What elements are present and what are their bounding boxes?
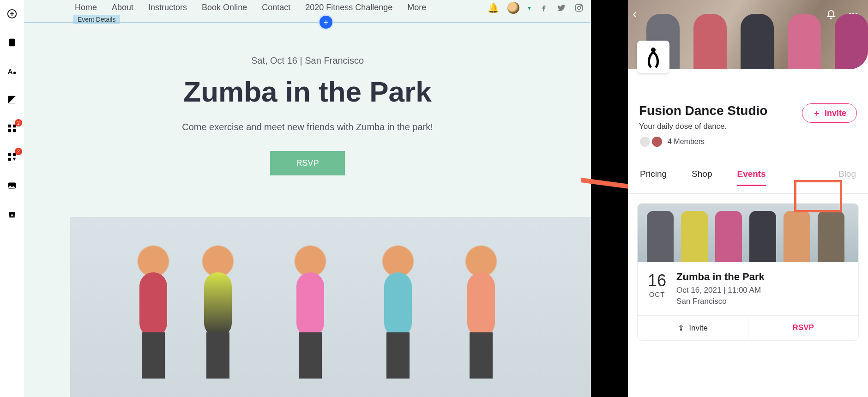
- facebook-icon[interactable]: [539, 3, 549, 12]
- event-description: Come exercise and meet new friends with …: [24, 122, 591, 132]
- studio-logo: [637, 41, 669, 73]
- members-count: 4 Members: [668, 138, 705, 146]
- add-icon[interactable]: [6, 7, 18, 20]
- site-preview: Home About Instructors Book Online Conta…: [24, 0, 591, 397]
- studio-name: Fusion Dance Studio: [639, 103, 767, 118]
- svg-rect-12: [8, 158, 11, 161]
- rsvp-button[interactable]: RSVP: [270, 151, 344, 175]
- studio-tagline: Your daily dose of dance.: [639, 122, 767, 131]
- nav-more[interactable]: More: [407, 3, 426, 12]
- member-avatar-1: [639, 136, 651, 148]
- tab-events[interactable]: Events: [737, 169, 766, 193]
- event-card-datetime: Oct 16, 2021 | 11:00 AM: [676, 286, 765, 295]
- twitter-icon[interactable]: [557, 3, 566, 12]
- nav-fitness-challenge[interactable]: 2020 Fitness Challenge: [305, 3, 392, 12]
- svg-rect-3: [9, 39, 15, 47]
- add-section-fab[interactable]: ＋: [319, 16, 332, 29]
- svg-rect-9: [13, 129, 16, 132]
- nav-instructors[interactable]: Instructors: [148, 3, 187, 12]
- contrast-icon[interactable]: [6, 93, 18, 106]
- event-card[interactable]: 16 OCT Zumba in the Park Oct 16, 2021 | …: [637, 203, 859, 341]
- event-card-actions: ⇪ Invite RSVP: [638, 315, 858, 340]
- share-icon: ⇪: [678, 324, 684, 332]
- design-icon[interactable]: A: [6, 65, 18, 78]
- card-invite-label: Invite: [689, 324, 708, 332]
- studio-members[interactable]: 4 Members: [639, 136, 767, 148]
- event-month: OCT: [648, 290, 666, 298]
- chevron-down-icon[interactable]: ▾: [528, 4, 531, 12]
- event-title: Zumba in the Park: [24, 75, 591, 108]
- user-avatar[interactable]: [507, 2, 519, 14]
- invite-button[interactable]: ＋ Invite: [802, 103, 857, 123]
- member-avatar-2: [651, 136, 663, 148]
- tab-shop[interactable]: Shop: [692, 169, 712, 193]
- event-day-number: 16: [648, 271, 666, 290]
- pages-icon[interactable]: [6, 36, 18, 49]
- section-divider: [24, 22, 591, 23]
- instagram-icon[interactable]: [574, 3, 584, 12]
- annotation-highlight-events-tab: [794, 180, 842, 212]
- invite-button-label: Invite: [825, 108, 846, 118]
- back-icon[interactable]: ‹: [633, 6, 637, 21]
- event-hero-image: [70, 217, 591, 397]
- event-card-location: San Francisco: [676, 297, 765, 306]
- svg-point-17: [581, 6, 582, 6]
- event-date-location: Sat, Oct 16 | San Francisco: [24, 55, 591, 66]
- separator-gap: [591, 0, 628, 397]
- image-icon[interactable]: [6, 179, 18, 192]
- notifications-bell-icon[interactable]: 🔔: [488, 2, 499, 13]
- nav-about[interactable]: About: [112, 3, 133, 12]
- nav-right-icons: 🔔 ▾: [488, 2, 584, 14]
- svg-rect-8: [8, 129, 11, 132]
- nav-contact[interactable]: Contact: [262, 3, 290, 12]
- plus-icon: ＋: [813, 108, 821, 119]
- card-rsvp-button[interactable]: RSVP: [748, 316, 859, 340]
- app-market-icon[interactable]: 2: [6, 150, 18, 163]
- svg-rect-6: [8, 125, 11, 127]
- svg-text:A: A: [8, 68, 13, 75]
- store-icon[interactable]: A: [6, 208, 18, 221]
- app-market-badge: 2: [15, 148, 22, 155]
- event-date-col: 16 OCT: [648, 271, 666, 306]
- editor-sub-tab[interactable]: Event Details: [73, 15, 120, 24]
- event-card-title: Zumba in the Park: [676, 271, 765, 283]
- card-invite-button[interactable]: ⇪ Invite: [638, 316, 748, 340]
- apps-badge: 2: [15, 119, 22, 126]
- editor-left-toolbar: A 2 2 A: [0, 0, 24, 397]
- nav-home[interactable]: Home: [75, 3, 97, 12]
- event-info-col: Zumba in the Park Oct 16, 2021 | 11:00 A…: [676, 271, 765, 306]
- svg-rect-10: [8, 153, 11, 156]
- event-details-block: Sat, Oct 16 | San Francisco Zumba in the…: [24, 55, 591, 175]
- tab-pricing[interactable]: Pricing: [640, 169, 667, 193]
- svg-point-22: [651, 48, 656, 52]
- nav-book-online[interactable]: Book Online: [202, 3, 247, 12]
- svg-point-16: [578, 6, 581, 10]
- apps-icon[interactable]: 2: [6, 122, 18, 135]
- svg-text:A: A: [11, 213, 13, 217]
